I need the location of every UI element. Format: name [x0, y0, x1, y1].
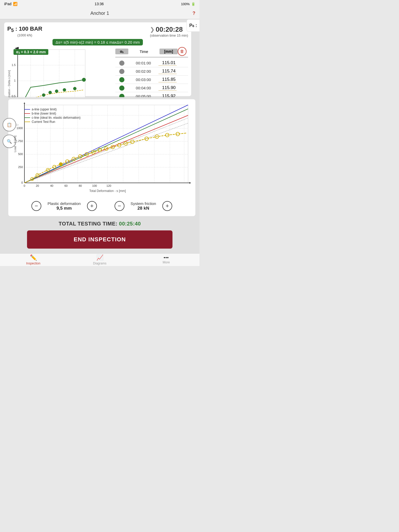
svg-text:0: 0	[24, 184, 25, 187]
search-icon: 🔍	[7, 139, 12, 144]
time-display: 13:36	[95, 2, 104, 6]
edit-icon: 📋	[7, 122, 12, 127]
battery-display: 100%	[181, 2, 190, 6]
more-icon: •••	[164, 255, 169, 260]
alpha-badge: α₁ = 0.3 < 2.0 mm	[14, 49, 48, 55]
svg-text:60: 60	[64, 184, 68, 187]
inspection-label: Inspection	[26, 262, 41, 265]
col-alpha: α₁	[115, 49, 128, 54]
tab-diagrams[interactable]: 📈 Diagrams	[66, 254, 133, 265]
diagrams-icon: 📈	[96, 254, 103, 261]
row4-dot	[119, 85, 124, 91]
card-body: α₁ = 0.3 < 2.0 mm	[7, 47, 188, 97]
trash-icon: 🗑	[180, 49, 184, 54]
row2-dot	[119, 69, 124, 74]
nav-title: Anchor 1	[90, 11, 109, 16]
svg-marker-48	[189, 182, 191, 184]
svg-marker-49	[24, 102, 25, 104]
legend-c-label: c-line (ideal lin. elastic deformation)	[32, 116, 81, 119]
svg-point-23	[55, 90, 58, 93]
svg-point-25	[73, 87, 76, 90]
row1-value: 115.01	[158, 60, 177, 66]
current-line-color	[24, 122, 30, 122]
svg-point-26	[82, 78, 86, 82]
help-button[interactable]: ?	[192, 11, 195, 16]
svg-text:500: 500	[18, 152, 23, 156]
bottom-chart-card: a-line (upper limit) b-line (lower limit…	[8, 99, 195, 216]
plastic-plus-button[interactable]: +	[87, 201, 97, 211]
friction-group: System friction 28 kN	[131, 201, 156, 211]
row5-value: 115.92	[158, 94, 177, 97]
svg-text:250: 250	[18, 165, 23, 169]
row4-time: 00:04:00	[128, 86, 158, 90]
plastic-minus-button[interactable]: −	[31, 201, 41, 211]
row5-dot	[119, 94, 124, 97]
col-mm: [mm]	[159, 49, 178, 54]
b-line-color	[24, 113, 30, 114]
svg-text:20: 20	[36, 184, 39, 187]
timer-arrow-icon: ❯	[150, 26, 155, 33]
table-row: 00:05:00 115.92	[115, 92, 188, 97]
svg-point-71	[59, 163, 62, 166]
table-row: 00:01:00 115.01	[115, 59, 188, 67]
legend-a-line: a-line (upper limit)	[24, 108, 81, 111]
svg-text:750: 750	[18, 139, 23, 143]
friction-label: System friction 28 kN	[131, 201, 156, 211]
battery-icon: 🔋	[191, 2, 195, 6]
row4-value: 115.90	[158, 85, 177, 91]
total-time-bar: TOTAL TESTING TIME: 00:25:40	[0, 218, 200, 228]
friction-minus-button[interactable]: −	[115, 201, 124, 211]
nav-bar: Anchor 1 ?	[0, 8, 200, 19]
svg-text:40: 40	[50, 184, 53, 187]
svg-text:Deformation - Delta s [mm]: Deformation - Delta s [mm]	[8, 70, 11, 97]
svg-text:120: 120	[107, 184, 111, 187]
legend-b-label: b-line (lower limit)	[32, 112, 56, 115]
row3-value: 115.85	[158, 77, 177, 82]
status-bar: iPad 📶 13:36 100% 🔋	[0, 0, 200, 8]
bottom-card-wrapper: a-line (upper limit) b-line (lower limit…	[6, 99, 193, 216]
total-time-label: TOTAL TESTING TIME:	[59, 221, 117, 227]
row3-time: 00:03:00	[128, 77, 158, 82]
cards-row: P5 : 100 BAR (1000 kN) ❯ 00:20:28 (obser…	[0, 21, 200, 97]
table-row: 00:03:00 115.85	[115, 76, 188, 84]
timer-block: ❯ 00:20:28 (observation time 15 min)	[150, 25, 188, 37]
pressure-info: P5 : 100 BAR (1000 kN)	[7, 25, 42, 37]
row2-value: 115.74	[158, 69, 177, 74]
legend-c-line: c-line (ideal lin. elastic deformation)	[24, 116, 81, 119]
data-table: α₁ Time [mm] 🗑 00:01:00 115.01	[115, 47, 188, 97]
end-btn-wrap: END INSPECTION	[0, 230, 200, 251]
tab-more[interactable]: ••• More	[133, 255, 200, 264]
pressure-card: P5 : 100 BAR (1000 kN) ❯ 00:20:28 (obser…	[4, 22, 191, 96]
friction-plus-button[interactable]: +	[162, 201, 172, 211]
table-header: α₁ Time [mm] 🗑	[115, 47, 188, 57]
tab-inspection[interactable]: ✏️ Inspection	[0, 254, 66, 265]
svg-point-21	[42, 94, 45, 97]
row1-dot	[119, 61, 124, 66]
row1-time: 00:01:00	[128, 61, 158, 65]
tab-bar: ✏️ Inspection 📈 Diagrams ••• More	[0, 253, 200, 266]
timer-obs: (observation time 15 min)	[150, 34, 188, 37]
timer-value: 00:20:28	[156, 25, 183, 34]
plus-icon: +	[90, 203, 94, 209]
delete-button[interactable]: 🗑	[178, 47, 187, 56]
pressure-title: P5 : 100 BAR	[7, 25, 42, 33]
minus2-icon: −	[118, 203, 121, 209]
main-content: 📋 ▷ 🔍 ▷ P5 : 100 BAR (1000 kN) ❯	[0, 19, 200, 253]
c-line-color	[24, 117, 30, 118]
chart-area: α₁ = 0.3 < 2.0 mm	[7, 47, 112, 97]
plastic-label: Plastic deformation 9,5 mm	[48, 201, 81, 211]
svg-text:80: 80	[79, 184, 82, 187]
end-inspection-button[interactable]: END INSPECTION	[27, 230, 172, 249]
chart-legend: a-line (upper limit) b-line (lower limit…	[24, 108, 81, 124]
table-row: 00:04:00 115.90	[115, 84, 188, 92]
svg-text:1000: 1000	[17, 127, 23, 130]
inspection-icon: ✏️	[30, 254, 37, 261]
p6-tab[interactable]: P₆ :	[187, 21, 200, 32]
bottom-chart-area: a-line (upper limit) b-line (lower limit…	[11, 102, 192, 197]
diagrams-label: Diagrams	[93, 262, 106, 265]
svg-text:0.5: 0.5	[12, 95, 16, 97]
more-label: More	[163, 261, 170, 264]
wifi-icon: 📶	[13, 2, 17, 6]
svg-point-24	[63, 88, 66, 91]
svg-point-22	[49, 91, 52, 94]
